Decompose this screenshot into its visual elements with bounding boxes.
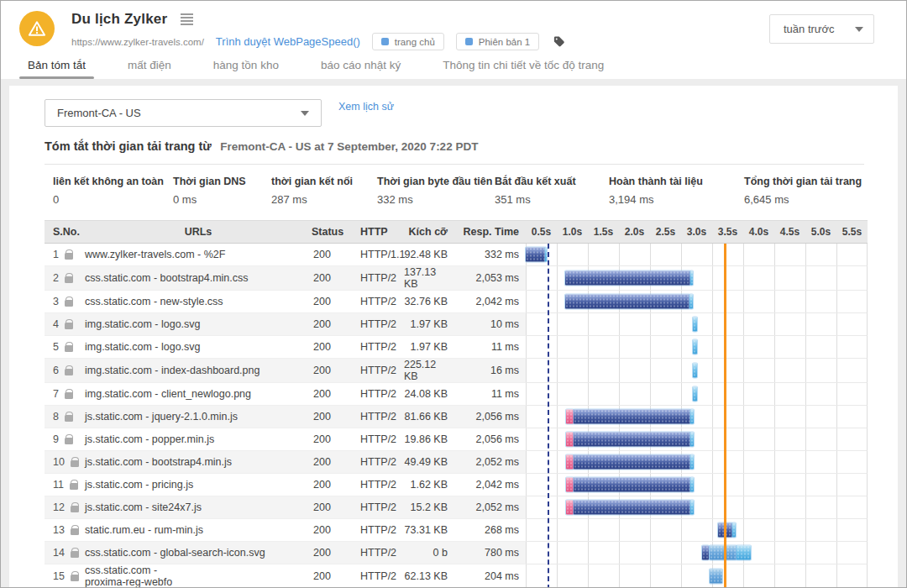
badge-square-icon (381, 38, 389, 45)
cell-url: img.static.com - logo.svg (85, 336, 312, 359)
cell-url: static.rum.eu - rum-min.js (85, 519, 312, 542)
waterfall-bar-tip (690, 271, 694, 286)
cell-status: 200 (312, 266, 355, 291)
table-row[interactable]: 14css.static.com - global-search-icon.sv… (45, 542, 868, 564)
cell-status: 200 (312, 496, 355, 519)
table-row[interactable]: 15css.static.com - proxima-reg-webfo200H… (45, 564, 868, 588)
table-row[interactable]: 13static.rum.eu - rum-min.js200HTTP/273.… (45, 519, 868, 542)
tick-label: 5.0s (805, 226, 836, 238)
cell-status: 200 (312, 244, 355, 266)
stat-3: thời gian kết nối287 ms (271, 176, 377, 206)
content-area: Fremont-CA - US Xem lịch sử Tóm tắt thời… (1, 79, 906, 588)
waterfall-bar-wait (566, 433, 573, 447)
timeline-cell (526, 359, 868, 383)
table-row[interactable]: 9js.static.com - popper.min.js200HTTP/21… (45, 428, 868, 451)
row-number: 11 (53, 479, 64, 491)
table-row[interactable]: 4img.static.com - logo.svg200HTTP/21.97 … (45, 313, 868, 336)
tab-2[interactable]: mất điện (124, 59, 175, 79)
tick-label: 2.5s (650, 226, 681, 238)
cell-sno: 6 (45, 359, 85, 383)
webpagespeed-link[interactable]: Trình duyệt WebPageSpeed() (216, 35, 360, 48)
stat-label: Bắt đầu kết xuất (495, 176, 609, 187)
tab-1[interactable]: Bản tóm tắt (24, 59, 89, 79)
row-number: 12 (53, 501, 65, 513)
timeline-cell (526, 496, 868, 519)
tick-label: 3.5s (712, 226, 743, 238)
monitor-url: https://www.zylker-travels.com/ (71, 37, 204, 47)
cell-http: HTTP/2 (355, 266, 404, 291)
cell-resp-time: 332 ms (454, 244, 526, 266)
tick-label: 4.5s (774, 226, 805, 238)
table-row[interactable]: 2css.static.com - bootstrap4.min.css200H… (45, 266, 868, 291)
table-row[interactable]: 12js.static.com - site24x7.js200HTTP/215… (45, 496, 868, 519)
tick-label: 0.5s (526, 226, 557, 238)
waterfall-bar-tip (693, 364, 696, 378)
tag-icon[interactable] (553, 35, 565, 48)
badge-home[interactable]: trang chủ (372, 33, 444, 50)
waterfall-bar-light (710, 546, 737, 560)
row-number: 1 (53, 249, 59, 260)
stat-5: Bắt đầu kết xuất351 ms (495, 176, 609, 206)
row-number: 4 (53, 318, 59, 330)
cell-resp-time: 2,056 ms (454, 428, 526, 451)
waterfall-bar-tip (690, 501, 694, 515)
cell-size: 81.66 KB (404, 406, 454, 428)
cell-http: HTTP/2 (355, 383, 404, 406)
cell-sno: 13 (45, 519, 85, 542)
tick-label: 5.5s (836, 226, 868, 238)
stat-value: 351 ms (495, 193, 609, 206)
badge-square-icon (465, 38, 473, 45)
cell-size: 73.31 KB (404, 519, 454, 542)
cell-http: HTTP/2 (355, 542, 404, 564)
cell-status: 200 (312, 313, 355, 336)
table-row[interactable]: 3css.static.com - new-style.css200HTTP/2… (45, 291, 868, 313)
row-number: 14 (53, 547, 65, 559)
lock-icon (71, 528, 79, 535)
col-header-status: Status (312, 226, 355, 238)
period-dropdown[interactable]: tuần trước (769, 14, 874, 44)
lock-icon (70, 483, 78, 490)
waterfall-bar-tip (690, 455, 694, 470)
cell-resp-time: 268 ms (454, 519, 526, 542)
lock-icon (65, 345, 73, 352)
cell-resp-time: 204 ms (454, 564, 526, 588)
cell-resp-time: 2,052 ms (454, 496, 526, 519)
table-row[interactable]: 6img.static.com - index-dashboard.png200… (45, 359, 868, 383)
stat-label: Tổng thời gian tải trang (744, 176, 862, 187)
cell-status: 200 (312, 383, 355, 406)
table-row[interactable]: 11js.static.com - pricing.js200HTTP/21.6… (45, 474, 868, 496)
location-dropdown[interactable]: Fremont-CA - US (45, 99, 322, 127)
table-row[interactable]: 8js.static.com - jquery-2.1.0.min.js200H… (45, 406, 868, 428)
tab-5[interactable]: Thông tin chi tiết về tốc độ trang (439, 59, 607, 79)
view-history-link[interactable]: Xem lịch sử (338, 101, 394, 113)
tick-label: 1.5s (588, 226, 619, 238)
lock-icon (65, 415, 73, 422)
cell-resp-time: 2,052 ms (454, 451, 526, 474)
summary-title-prefix: Tóm tắt thời gian tải trang từ (45, 139, 212, 153)
table-row[interactable]: 5img.static.com - logo.svg200HTTP/21.97 … (45, 336, 868, 359)
cell-sno: 1 (45, 244, 85, 266)
table-row[interactable]: 10js.static.com - bootstrap4.min.js200HT… (45, 451, 868, 474)
table-row[interactable]: 7img.static.com - client_newlogo.png200H… (45, 383, 868, 406)
stat-value: 332 ms (377, 193, 495, 206)
monitor-warning-logo (19, 11, 55, 46)
timeline-cell (526, 428, 868, 451)
cell-size: 1.97 KB (404, 313, 454, 336)
cell-size: 1.97 KB (404, 336, 454, 359)
tab-3[interactable]: hàng tồn kho (210, 59, 282, 79)
cell-url: js.static.com - popper.min.js (85, 428, 312, 451)
chevron-down-icon (855, 27, 863, 32)
tick-label: 1.0s (557, 226, 588, 238)
col-header-urls: URLs (85, 226, 312, 238)
row-number: 10 (53, 456, 65, 468)
waterfall-bar-light (710, 570, 723, 584)
table-row[interactable]: 1www.zylker-travels.com - %2F200HTTP/1.1… (45, 244, 868, 266)
menu-icon[interactable] (179, 12, 195, 27)
stat-label: Hoàn thành tài liệu (609, 176, 744, 187)
timeline-cell (526, 564, 868, 588)
badge-version[interactable]: Phiên bản 1 (456, 33, 539, 50)
tab-4[interactable]: báo cáo nhật ký (317, 59, 404, 79)
cell-status: 200 (312, 336, 355, 359)
warning-triangle-icon (28, 20, 46, 37)
cell-size: 49.49 KB (404, 451, 454, 474)
